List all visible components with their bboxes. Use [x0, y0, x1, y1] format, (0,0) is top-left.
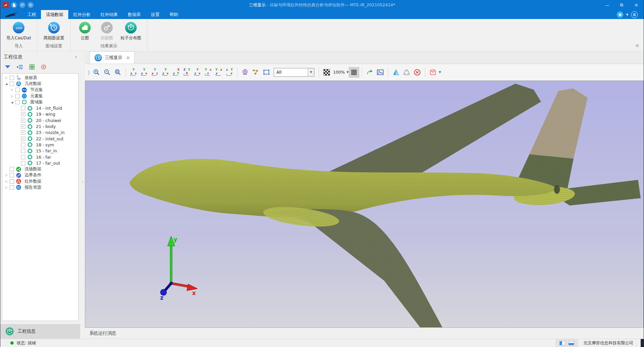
export-arrow-button[interactable]	[364, 67, 375, 78]
undo-button[interactable]: ↶	[19, 2, 25, 8]
mesh-toggle-button[interactable]	[349, 67, 359, 78]
grid-view-icon[interactable]	[29, 64, 35, 71]
delete-button[interactable]	[412, 67, 423, 78]
tree-visibility-checkbox[interactable]	[10, 173, 14, 177]
tree-visibility-checkbox[interactable]	[15, 88, 20, 92]
save-image-button[interactable]	[375, 67, 386, 78]
tree-item[interactable]: 红外数据	[2, 178, 78, 184]
chevron-down-icon[interactable]: ▼	[626, 13, 628, 16]
tree-visibility-checkbox[interactable]	[15, 94, 20, 98]
tree-visibility-checkbox[interactable]	[21, 130, 25, 135]
tree-expander-icon[interactable]	[4, 76, 9, 79]
tree-item[interactable]: 22 - inlet_out	[2, 136, 78, 142]
menu-item[interactable]: 流场数据	[41, 10, 68, 19]
tree-item[interactable]: 报告资源	[2, 184, 78, 190]
filter-icon[interactable]	[4, 64, 11, 71]
mirror-button[interactable]	[391, 67, 401, 78]
view-orientation-button[interactable]: Yxz	[151, 68, 159, 77]
menu-item[interactable]: 红外结果	[96, 10, 123, 19]
tree-item[interactable]: 16 - far	[2, 154, 78, 160]
layout-left-panel-icon[interactable]	[559, 341, 565, 345]
tree-item[interactable]: 边界条件	[2, 172, 78, 178]
project-panel-footer-button[interactable]: 工程信息	[0, 324, 80, 339]
panel-collapse-chevron-icon[interactable]: ‹	[75, 54, 77, 60]
view-orientation-button[interactable]: Yzx	[140, 68, 149, 77]
help-book-icon[interactable]: ▥	[631, 11, 638, 18]
target-icon[interactable]	[41, 64, 47, 71]
tree-item[interactable]: 坐标系	[2, 75, 78, 81]
tree-visibility-checkbox[interactable]	[10, 179, 14, 184]
viewport-3d[interactable]: y x z	[85, 81, 644, 328]
tree-item[interactable]: 18 - sym	[2, 142, 78, 148]
view-orientation-button[interactable]: ZYX	[182, 68, 191, 77]
list-outdent-icon[interactable]	[17, 64, 23, 71]
tree-expander-icon[interactable]	[10, 95, 14, 98]
combobox-dropdown-icon[interactable]: ▼	[308, 68, 314, 76]
view-orientation-button[interactable]: Yxz	[129, 68, 138, 77]
tree-item[interactable]: 元素集	[2, 93, 78, 99]
zoom-in-button[interactable]	[91, 67, 102, 78]
tree-item[interactable]: 21 - body	[2, 123, 78, 129]
menu-item[interactable]: 帮助	[164, 10, 183, 19]
view-orientation-button[interactable]: Yzx	[161, 68, 170, 77]
tree-visibility-checkbox[interactable]	[15, 100, 20, 104]
tree-item[interactable]: 流场数据	[2, 166, 78, 172]
minimize-button[interactable]: —	[600, 0, 614, 10]
ribbon-button-clock[interactable]: 周期面设置	[41, 21, 66, 43]
tree-visibility-checkbox[interactable]	[10, 167, 14, 171]
tree-item[interactable]: 20 - chuiwei	[2, 117, 78, 123]
tree-visibility-checkbox[interactable]	[21, 155, 25, 159]
view-orientation-button[interactable]: Yzx	[193, 68, 202, 77]
tree-visibility-checkbox[interactable]	[21, 137, 25, 141]
menu-item[interactable]: 工程	[22, 10, 41, 19]
zoom-out-button[interactable]	[102, 67, 113, 78]
tree-visibility-checkbox[interactable]	[21, 149, 25, 153]
display-filter-combobox[interactable]: All ▼	[274, 68, 314, 77]
box-select-button[interactable]	[261, 67, 272, 78]
tree-visibility-checkbox[interactable]	[21, 143, 25, 147]
tree-expander-icon[interactable]	[4, 82, 9, 85]
tree-visibility-checkbox[interactable]	[21, 161, 25, 165]
tree-item[interactable]: 几何数据	[2, 81, 78, 87]
panel-splitter[interactable]: ⁞	[80, 51, 85, 339]
ribbon-button-cas[interactable]: 导入Cas/Dat	[4, 21, 33, 43]
tree-visibility-checkbox[interactable]	[10, 82, 14, 86]
tree-expander-icon[interactable]	[4, 174, 9, 177]
zoom-fit-button[interactable]	[113, 67, 123, 78]
tree-item[interactable]: 17 - far_out	[2, 160, 78, 166]
tree-visibility-checkbox[interactable]	[10, 76, 14, 80]
transparency-checker-icon[interactable]	[321, 67, 332, 78]
view-orientation-button[interactable]: Yxz	[214, 68, 223, 77]
view-orientation-button[interactable]: zYx	[225, 68, 234, 77]
archive-box-button[interactable]	[428, 67, 438, 78]
tree-expander-icon[interactable]	[10, 88, 14, 91]
archive-dropdown-icon[interactable]: ▼	[439, 71, 441, 74]
redo-button[interactable]: ↻	[28, 2, 34, 8]
ribbon-button-particle[interactable]: 粒子分布图	[119, 21, 144, 43]
tree-item[interactable]: 面域集	[2, 99, 78, 105]
link-nodes-button[interactable]	[401, 67, 412, 78]
tree-visibility-checkbox[interactable]	[21, 112, 25, 116]
zoom-percent-value[interactable]: 100%	[333, 70, 345, 75]
node-display-button[interactable]	[250, 67, 261, 78]
new-document-button[interactable]	[11, 2, 17, 8]
tab-close-icon[interactable]: ✕	[126, 55, 130, 60]
camera-view-button[interactable]	[240, 67, 250, 78]
ribbon-button-cloud[interactable]: 云图	[75, 21, 95, 43]
tree-item[interactable]: 节点集	[2, 87, 78, 93]
ribbon-button-slice[interactable]: 切面图	[97, 21, 117, 43]
tree-item[interactable]: 15 - far_in	[2, 148, 78, 154]
ribbon-collapse-chevron-icon[interactable]	[635, 43, 640, 49]
view-orientation-button[interactable]: Yxz	[204, 68, 212, 77]
tree-expander-icon[interactable]	[4, 186, 9, 189]
menu-item[interactable]: 红外分析	[68, 10, 96, 19]
tree-item[interactable]: 19 - wing	[2, 111, 78, 117]
menu-item[interactable]: 数据库	[123, 10, 146, 19]
layout-bottom-panel-icon[interactable]	[568, 341, 574, 345]
close-button[interactable]: ✕	[629, 0, 644, 10]
tree-visibility-checkbox[interactable]	[21, 124, 25, 129]
menu-item[interactable]: 设置	[146, 10, 164, 19]
tree-expander-icon[interactable]	[10, 101, 14, 104]
tree-visibility-checkbox[interactable]	[21, 118, 25, 123]
tree-expander-icon[interactable]	[4, 180, 9, 183]
